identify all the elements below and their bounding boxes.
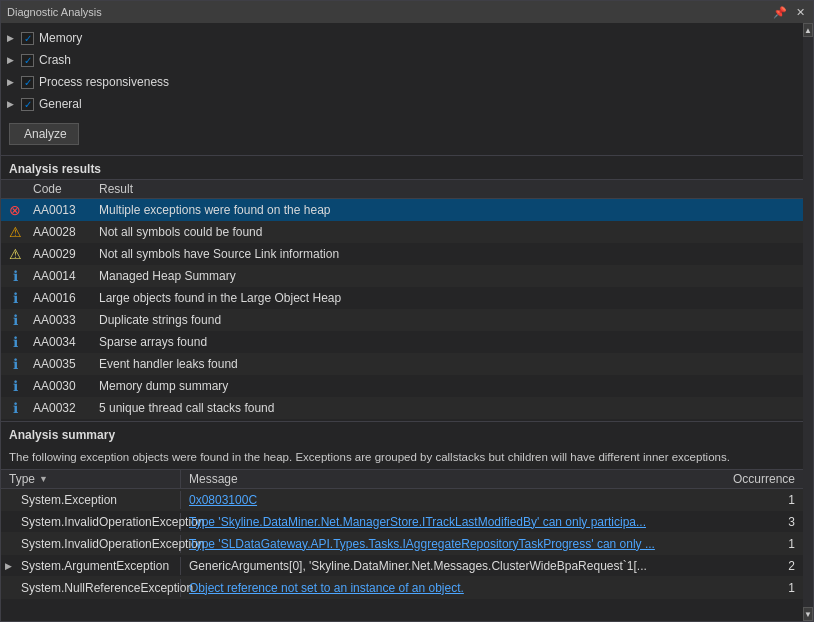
msg-link-row-4[interactable]: Object reference not set to an instance … (189, 581, 464, 595)
expand-arrow-crash: ▶ (7, 55, 21, 65)
header-icon-col (1, 182, 29, 196)
occ-row-2: 1 (723, 535, 803, 553)
result-row-aa0029[interactable]: ⚠ AA0029 Not all symbols have Source Lin… (1, 243, 803, 265)
results-table: Code Result ⊗ AA0013 Multiple exceptions… (1, 179, 803, 419)
sort-arrow-type: ▼ (39, 474, 48, 484)
code-aa0029: AA0029 (29, 247, 99, 261)
code-aa0028: AA0028 (29, 225, 99, 239)
type-row-1: System.InvalidOperationException (17, 513, 181, 531)
icon-info-aa0014: ℹ (1, 268, 29, 284)
checkbox-general[interactable] (21, 98, 34, 111)
summary-row-0[interactable]: System.Exception 0x0803100C 1 (1, 489, 803, 511)
code-aa0033: AA0033 (29, 313, 99, 327)
result-row-aa0028[interactable]: ⚠ AA0028 Not all symbols could be found (1, 221, 803, 243)
checkbox-memory[interactable] (21, 32, 34, 45)
analysis-summary-title: Analysis summary (1, 424, 803, 445)
checklist: ▶ Memory ▶ Crash ▶ Process responsivenes… (1, 23, 803, 119)
summary-row-1[interactable]: System.InvalidOperationException Type 'S… (1, 511, 803, 533)
analyze-button[interactable]: Analyze (9, 123, 79, 145)
summary-header-type: Type ▼ (1, 470, 181, 488)
result-aa0034: Sparse arrays found (99, 335, 803, 349)
code-aa0034: AA0034 (29, 335, 99, 349)
icon-info-aa0030: ℹ (1, 378, 29, 394)
window-title: Diagnostic Analysis (7, 6, 102, 18)
result-aa0013: Multiple exceptions were found on the he… (99, 203, 803, 217)
result-row-aa0016[interactable]: ℹ AA0016 Large objects found in the Larg… (1, 287, 803, 309)
result-aa0028: Not all symbols could be found (99, 225, 803, 239)
close-button[interactable]: ✕ (793, 6, 807, 19)
msg-link-row-0[interactable]: 0x0803100C (189, 493, 257, 507)
msg-row-2: Type 'SLDataGateway.API.Types.Tasks.IAgg… (181, 535, 723, 553)
scrollbar-right: ▲ ▼ (803, 23, 813, 621)
summary-header-occurrence: Occurrence (723, 470, 803, 488)
expand-arrow-process: ▶ (7, 77, 21, 87)
summary-table: Type ▼ Message Occurrence System.Excepti… (1, 469, 803, 621)
code-aa0016: AA0016 (29, 291, 99, 305)
summary-row-2[interactable]: System.InvalidOperationException Type 'S… (1, 533, 803, 555)
checkbox-crash[interactable] (21, 54, 34, 67)
code-aa0032: AA0032 (29, 401, 99, 415)
code-aa0013: AA0013 (29, 203, 99, 217)
result-aa0032: 5 unique thread call stacks found (99, 401, 803, 415)
type-row-0: System.Exception (17, 491, 181, 509)
expand-arrow-general: ▶ (7, 99, 21, 109)
icon-info-aa0035: ℹ (1, 356, 29, 372)
occ-row-1: 3 (723, 513, 803, 531)
summary-header: Type ▼ Message Occurrence (1, 469, 803, 489)
result-aa0029: Not all symbols have Source Link informa… (99, 247, 803, 261)
content-area: ▶ Memory ▶ Crash ▶ Process responsivenes… (1, 23, 813, 621)
msg-row-3: GenericArguments[0], 'Skyline.DataMiner.… (181, 557, 723, 575)
msg-link-row-2[interactable]: Type 'SLDataGateway.API.Types.Tasks.IAgg… (189, 537, 655, 551)
code-aa0035: AA0035 (29, 357, 99, 371)
expand-row-3: ▶ (1, 561, 17, 571)
icon-info-aa0033: ℹ (1, 312, 29, 328)
msg-link-row-1[interactable]: Type 'Skyline.DataMiner.Net.ManagerStore… (189, 515, 646, 529)
result-row-aa0032[interactable]: ℹ AA0032 5 unique thread call stacks fou… (1, 397, 803, 419)
results-header: Code Result (1, 179, 803, 199)
scroll-up-button[interactable]: ▲ (803, 23, 813, 37)
checklist-item-crash[interactable]: ▶ Crash (1, 49, 803, 71)
summary-row-3[interactable]: ▶ System.ArgumentException GenericArgume… (1, 555, 803, 577)
result-row-aa0030[interactable]: ℹ AA0030 Memory dump summary (1, 375, 803, 397)
type-row-3: System.ArgumentException (17, 557, 181, 575)
checklist-label-memory: Memory (39, 31, 82, 45)
analysis-results-title: Analysis results (1, 158, 803, 179)
icon-info-aa0016: ℹ (1, 290, 29, 306)
icon-error: ⊗ (1, 202, 29, 218)
checklist-item-memory[interactable]: ▶ Memory (1, 27, 803, 49)
result-aa0030: Memory dump summary (99, 379, 803, 393)
result-aa0033: Duplicate strings found (99, 313, 803, 327)
msg-row-0: 0x0803100C (181, 491, 723, 509)
icon-info-aa0032: ℹ (1, 400, 29, 416)
result-row-aa0033[interactable]: ℹ AA0033 Duplicate strings found (1, 309, 803, 331)
checklist-item-process-responsiveness[interactable]: ▶ Process responsiveness (1, 71, 803, 93)
summary-row-4[interactable]: System.NullReferenceException Object ref… (1, 577, 803, 599)
summary-rows: System.Exception 0x0803100C 1 System.Inv… (1, 489, 803, 621)
header-result: Result (99, 182, 803, 196)
scroll-track (803, 37, 813, 607)
result-row-aa0035[interactable]: ℹ AA0035 Event handler leaks found (1, 353, 803, 375)
msg-row-4: Object reference not set to an instance … (181, 579, 723, 597)
result-row-aa0013[interactable]: ⊗ AA0013 Multiple exceptions were found … (1, 199, 803, 221)
expand-arrow-memory: ▶ (7, 33, 21, 43)
scroll-down-button[interactable]: ▼ (803, 607, 813, 621)
title-bar-right: 📌 ✕ (773, 6, 807, 19)
summary-header-message: Message (181, 470, 723, 488)
icon-info-aa0034: ℹ (1, 334, 29, 350)
result-row-aa0034[interactable]: ℹ AA0034 Sparse arrays found (1, 331, 803, 353)
occ-row-4: 1 (723, 579, 803, 597)
checkbox-process[interactable] (21, 76, 34, 89)
pin-button[interactable]: 📌 (773, 6, 787, 19)
code-aa0030: AA0030 (29, 379, 99, 393)
checklist-label-general: General (39, 97, 82, 111)
icon-warning-yellow: ⚠ (1, 246, 29, 262)
result-aa0035: Event handler leaks found (99, 357, 803, 371)
result-aa0016: Large objects found in the Large Object … (99, 291, 803, 305)
result-row-aa0014[interactable]: ℹ AA0014 Managed Heap Summary (1, 265, 803, 287)
checklist-item-general[interactable]: ▶ General (1, 93, 803, 115)
title-bar-left: Diagnostic Analysis (7, 6, 102, 18)
icon-warning-orange: ⚠ (1, 224, 29, 240)
title-bar: Diagnostic Analysis 📌 ✕ (1, 1, 813, 23)
summary-description: The following exception objects were fou… (1, 445, 803, 469)
divider-2 (1, 421, 803, 422)
